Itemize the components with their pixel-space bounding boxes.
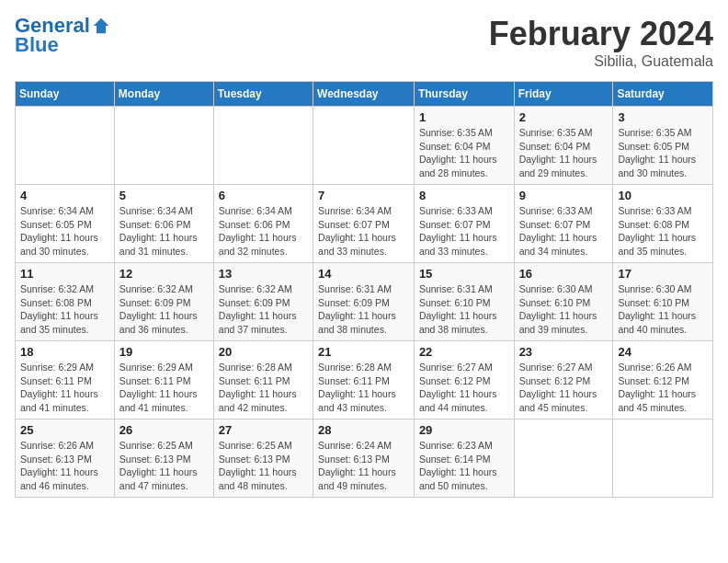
day-number: 20 — [219, 345, 308, 359]
day-number: 26 — [119, 423, 209, 437]
day-info: Sunrise: 6:34 AM Sunset: 6:07 PM Dayligh… — [318, 204, 409, 259]
day-cell — [16, 107, 115, 185]
day-info: Sunrise: 6:26 AM Sunset: 6:13 PM Dayligh… — [20, 439, 109, 493]
day-info: Sunrise: 6:34 AM Sunset: 6:06 PM Dayligh… — [119, 204, 209, 259]
day-cell: 16Sunrise: 6:30 AM Sunset: 6:10 PM Dayli… — [514, 263, 613, 341]
day-cell: 8Sunrise: 6:33 AM Sunset: 6:07 PM Daylig… — [414, 185, 514, 263]
day-cell: 2Sunrise: 6:35 AM Sunset: 6:04 PM Daylig… — [514, 107, 613, 185]
week-row-1: 1Sunrise: 6:35 AM Sunset: 6:04 PM Daylig… — [16, 107, 713, 185]
day-number: 12 — [119, 267, 209, 281]
day-info: Sunrise: 6:34 AM Sunset: 6:05 PM Dayligh… — [20, 204, 109, 259]
day-cell: 15Sunrise: 6:31 AM Sunset: 6:10 PM Dayli… — [414, 263, 514, 341]
day-cell: 13Sunrise: 6:32 AM Sunset: 6:09 PM Dayli… — [213, 263, 313, 341]
day-cell: 19Sunrise: 6:29 AM Sunset: 6:11 PM Dayli… — [114, 341, 213, 419]
day-cell: 14Sunrise: 6:31 AM Sunset: 6:09 PM Dayli… — [313, 263, 415, 341]
day-info: Sunrise: 6:33 AM Sunset: 6:08 PM Dayligh… — [618, 204, 708, 259]
day-cell: 23Sunrise: 6:27 AM Sunset: 6:12 PM Dayli… — [514, 341, 613, 419]
week-row-3: 11Sunrise: 6:32 AM Sunset: 6:08 PM Dayli… — [16, 263, 713, 341]
day-number: 21 — [318, 345, 409, 359]
day-number: 7 — [318, 189, 409, 202]
day-number: 3 — [618, 110, 708, 124]
day-cell: 21Sunrise: 6:28 AM Sunset: 6:11 PM Dayli… — [313, 341, 415, 419]
day-info: Sunrise: 6:33 AM Sunset: 6:07 PM Dayligh… — [419, 204, 509, 259]
col-header-monday: Monday — [114, 82, 213, 107]
day-info: Sunrise: 6:35 AM Sunset: 6:05 PM Dayligh… — [618, 126, 708, 180]
col-header-wednesday: Wednesday — [313, 82, 415, 107]
day-cell: 11Sunrise: 6:32 AM Sunset: 6:08 PM Dayli… — [16, 263, 115, 341]
col-header-friday: Friday — [514, 82, 613, 107]
day-cell: 1Sunrise: 6:35 AM Sunset: 6:04 PM Daylig… — [414, 107, 514, 185]
day-number: 9 — [519, 189, 609, 202]
page-header: General Blue February 2024 Sibilia, Guat… — [15, 15, 713, 70]
day-cell: 27Sunrise: 6:25 AM Sunset: 6:13 PM Dayli… — [213, 419, 313, 498]
day-info: Sunrise: 6:35 AM Sunset: 6:04 PM Dayligh… — [419, 126, 509, 180]
day-info: Sunrise: 6:32 AM Sunset: 6:08 PM Dayligh… — [20, 282, 109, 337]
week-row-5: 25Sunrise: 6:26 AM Sunset: 6:13 PM Dayli… — [16, 419, 713, 498]
day-cell: 9Sunrise: 6:33 AM Sunset: 6:07 PM Daylig… — [514, 185, 613, 263]
day-number: 18 — [20, 345, 109, 359]
day-cell: 24Sunrise: 6:26 AM Sunset: 6:12 PM Dayli… — [613, 341, 713, 419]
day-info: Sunrise: 6:24 AM Sunset: 6:13 PM Dayligh… — [318, 439, 409, 493]
day-number: 11 — [20, 267, 109, 281]
day-cell: 25Sunrise: 6:26 AM Sunset: 6:13 PM Dayli… — [16, 419, 115, 498]
week-row-2: 4Sunrise: 6:34 AM Sunset: 6:05 PM Daylig… — [16, 185, 713, 263]
day-number: 16 — [519, 267, 609, 281]
day-cell — [213, 107, 313, 185]
day-cell: 18Sunrise: 6:29 AM Sunset: 6:11 PM Dayli… — [16, 341, 115, 419]
day-cell: 6Sunrise: 6:34 AM Sunset: 6:06 PM Daylig… — [213, 185, 313, 263]
day-cell: 3Sunrise: 6:35 AM Sunset: 6:05 PM Daylig… — [613, 107, 713, 185]
day-info: Sunrise: 6:29 AM Sunset: 6:11 PM Dayligh… — [20, 361, 109, 415]
header-row: SundayMondayTuesdayWednesdayThursdayFrid… — [16, 82, 713, 107]
col-header-tuesday: Tuesday — [213, 82, 313, 107]
title-block: February 2024 Sibilia, Guatemala — [489, 15, 713, 70]
col-header-sunday: Sunday — [16, 82, 115, 107]
day-info: Sunrise: 6:28 AM Sunset: 6:11 PM Dayligh… — [318, 361, 409, 415]
day-cell: 7Sunrise: 6:34 AM Sunset: 6:07 PM Daylig… — [313, 185, 415, 263]
day-number: 22 — [419, 345, 509, 359]
day-cell: 12Sunrise: 6:32 AM Sunset: 6:09 PM Dayli… — [114, 263, 213, 341]
day-number: 19 — [119, 345, 209, 359]
day-info: Sunrise: 6:32 AM Sunset: 6:09 PM Dayligh… — [219, 282, 308, 337]
day-cell: 29Sunrise: 6:23 AM Sunset: 6:14 PM Dayli… — [414, 419, 514, 498]
day-cell: 17Sunrise: 6:30 AM Sunset: 6:10 PM Dayli… — [613, 263, 713, 341]
day-info: Sunrise: 6:27 AM Sunset: 6:12 PM Dayligh… — [419, 361, 509, 415]
month-title: February 2024 — [489, 15, 713, 53]
day-info: Sunrise: 6:26 AM Sunset: 6:12 PM Dayligh… — [618, 361, 708, 415]
day-number: 15 — [419, 267, 509, 281]
day-cell — [613, 419, 713, 498]
day-info: Sunrise: 6:25 AM Sunset: 6:13 PM Dayligh… — [219, 439, 308, 493]
day-info: Sunrise: 6:29 AM Sunset: 6:11 PM Dayligh… — [119, 361, 209, 415]
day-number: 14 — [318, 267, 409, 281]
day-info: Sunrise: 6:33 AM Sunset: 6:07 PM Dayligh… — [519, 204, 609, 259]
day-info: Sunrise: 6:32 AM Sunset: 6:09 PM Dayligh… — [119, 282, 209, 337]
day-number: 13 — [219, 267, 308, 281]
day-info: Sunrise: 6:27 AM Sunset: 6:12 PM Dayligh… — [519, 361, 609, 415]
week-row-4: 18Sunrise: 6:29 AM Sunset: 6:11 PM Dayli… — [16, 341, 713, 419]
logo: General Blue — [15, 15, 110, 57]
day-cell: 4Sunrise: 6:34 AM Sunset: 6:05 PM Daylig… — [16, 185, 115, 263]
day-cell — [114, 107, 213, 185]
day-info: Sunrise: 6:25 AM Sunset: 6:13 PM Dayligh… — [119, 439, 209, 493]
day-number: 17 — [618, 267, 708, 281]
day-number: 25 — [20, 423, 109, 437]
day-cell: 20Sunrise: 6:28 AM Sunset: 6:11 PM Dayli… — [213, 341, 313, 419]
day-number: 6 — [219, 189, 308, 202]
day-number: 2 — [519, 110, 609, 124]
day-info: Sunrise: 6:31 AM Sunset: 6:10 PM Dayligh… — [419, 282, 509, 337]
day-number: 29 — [419, 423, 509, 437]
day-info: Sunrise: 6:23 AM Sunset: 6:14 PM Dayligh… — [419, 439, 509, 493]
day-number: 4 — [20, 189, 109, 202]
day-number: 5 — [119, 189, 209, 202]
day-info: Sunrise: 6:28 AM Sunset: 6:11 PM Dayligh… — [219, 361, 308, 415]
day-number: 28 — [318, 423, 409, 437]
day-cell — [313, 107, 415, 185]
day-cell: 22Sunrise: 6:27 AM Sunset: 6:12 PM Dayli… — [414, 341, 514, 419]
day-number: 8 — [419, 189, 509, 202]
col-header-saturday: Saturday — [613, 82, 713, 107]
day-number: 1 — [419, 110, 509, 124]
day-cell: 5Sunrise: 6:34 AM Sunset: 6:06 PM Daylig… — [114, 185, 213, 263]
day-cell: 10Sunrise: 6:33 AM Sunset: 6:08 PM Dayli… — [613, 185, 713, 263]
day-cell: 28Sunrise: 6:24 AM Sunset: 6:13 PM Dayli… — [313, 419, 415, 498]
day-info: Sunrise: 6:34 AM Sunset: 6:06 PM Dayligh… — [219, 204, 308, 259]
day-number: 23 — [519, 345, 609, 359]
